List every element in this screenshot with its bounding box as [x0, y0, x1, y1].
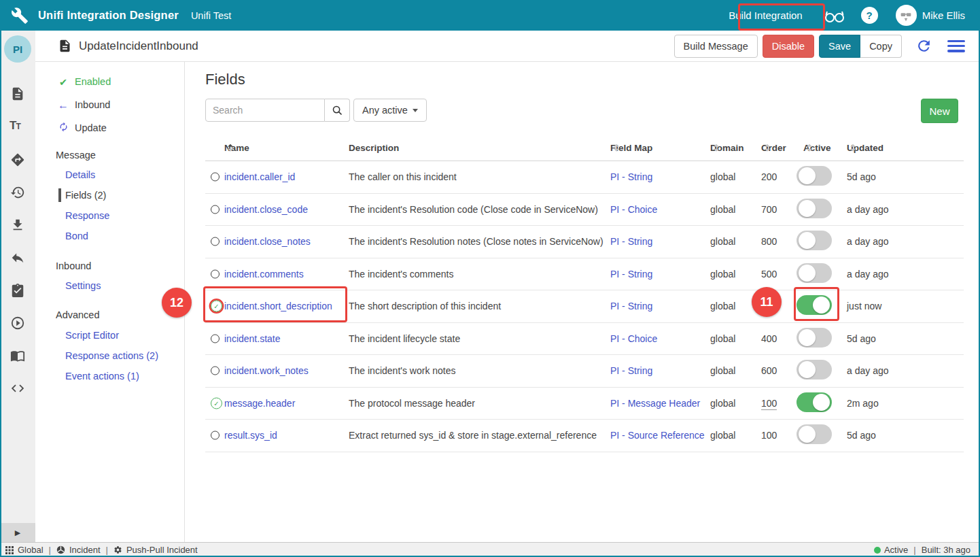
field-name-link[interactable]: incident.work_notes	[224, 365, 309, 376]
rail-document-icon[interactable]	[10, 86, 25, 101]
statusbar-scope[interactable]: Global	[5, 545, 43, 555]
field-name-link[interactable]: incident.comments	[224, 269, 304, 280]
field-domain: global	[710, 204, 735, 215]
field-description: The incident's Resolution notes (Close n…	[349, 236, 603, 247]
user-name[interactable]: Mike Ellis	[922, 10, 965, 21]
field-map-link[interactable]: PI - String	[610, 301, 652, 311]
field-domain: global	[710, 333, 735, 344]
field-name-link[interactable]: incident.close_notes	[224, 236, 311, 247]
sidebar-item-fields[interactable]: Fields (2)	[65, 187, 106, 203]
field-description: The incident's comments	[349, 269, 453, 280]
left-arrow-icon: ←	[57, 97, 69, 114]
search-icon	[332, 105, 343, 116]
field-map-link[interactable]: PI - String	[610, 236, 652, 247]
build-message-button[interactable]: Build Message	[674, 35, 758, 58]
rail-play-circle-icon[interactable]	[10, 316, 25, 331]
rail-book-icon[interactable]	[10, 348, 25, 363]
spectacles-icon[interactable]	[823, 5, 846, 26]
field-map-link[interactable]: PI - Message Header	[610, 398, 700, 409]
rail-undo-icon[interactable]	[10, 250, 25, 265]
gear-icon	[113, 545, 122, 554]
field-map-link[interactable]: PI - String	[610, 171, 652, 182]
process-avatar[interactable]: PI	[4, 35, 31, 63]
field-order: 700	[761, 204, 777, 215]
field-name-link[interactable]: message.header	[224, 398, 295, 409]
statusbar-process[interactable]: Push-Pull Incident	[113, 545, 198, 555]
toggle-knob	[799, 232, 816, 249]
active-toggle[interactable]	[797, 166, 832, 186]
field-name-link[interactable]: incident.close_code	[224, 204, 308, 215]
field-updated: just now	[847, 301, 881, 311]
search-button[interactable]	[325, 99, 350, 122]
help-icon[interactable]: ?	[861, 7, 878, 24]
new-button[interactable]: New	[921, 99, 958, 123]
sort-icon	[807, 144, 812, 152]
active-toggle[interactable]	[797, 263, 832, 283]
table-row: ✓ message.header The protocol message he…	[205, 388, 964, 420]
field-map-link[interactable]: PI - String	[610, 365, 652, 376]
sidebar-item-details[interactable]: Details	[65, 167, 95, 183]
sidebar-status-inbound: ←Inbound	[57, 97, 110, 113]
rail-directions-icon[interactable]	[10, 152, 25, 167]
field-domain: global	[710, 171, 735, 182]
build-integration-button[interactable]: Build Integration	[718, 4, 813, 27]
sidebar-item-script-editor[interactable]: Script Editor	[65, 327, 119, 343]
refresh-icon[interactable]	[915, 37, 932, 54]
field-map-link[interactable]: PI - String	[610, 269, 652, 280]
sidebar-section-inbound: Inbound	[56, 258, 91, 274]
copy-button[interactable]: Copy	[860, 35, 902, 58]
sidebar-item-settings[interactable]: Settings	[65, 277, 101, 294]
table-row: incident.close_code The incident's Resol…	[205, 194, 964, 226]
sidebar-item-response-actions[interactable]: Response actions (2)	[65, 348, 158, 364]
fields-table: Name Description Field Map Domain Order …	[205, 135, 964, 452]
rail-history-icon[interactable]	[10, 185, 25, 200]
field-name-link[interactable]: incident.short_description	[224, 301, 332, 311]
autorenew-icon	[57, 120, 69, 137]
toggle-knob	[799, 167, 816, 184]
document-icon	[58, 39, 72, 53]
toggle-knob	[799, 329, 816, 346]
rail-code-icon[interactable]	[10, 381, 25, 396]
active-toggle[interactable]	[797, 328, 832, 348]
save-button[interactable]: Save	[819, 35, 860, 58]
active-toggle[interactable]	[797, 231, 832, 250]
rail-download-icon[interactable]	[10, 218, 25, 233]
field-description: The incident's work notes	[349, 365, 456, 376]
field-name-link[interactable]: incident.state	[224, 333, 281, 344]
rail-text-icon[interactable]: TT	[10, 119, 24, 134]
sidebar-status-enabled: ✔Enabled	[57, 73, 111, 90]
rail-expand-button[interactable]: ▶	[0, 523, 35, 542]
search-input[interactable]	[205, 99, 325, 122]
user-avatar[interactable]	[896, 5, 917, 26]
field-name-link[interactable]: incident.caller_id	[224, 171, 295, 182]
field-map-link[interactable]: PI - Choice	[610, 333, 657, 344]
icon-rail: PI TT ▶	[0, 31, 35, 542]
table-row: result.sys_id Extract returned sys_id & …	[205, 420, 964, 452]
search-group: Any active	[205, 99, 427, 122]
field-order-editable[interactable]: 100	[761, 398, 777, 410]
statusbar-app[interactable]: Incident	[56, 545, 101, 555]
rail-clipboard-check-icon[interactable]	[10, 283, 25, 298]
sidebar-item-bond[interactable]: Bond	[65, 228, 88, 244]
field-updated: a day ago	[847, 365, 889, 376]
disable-button[interactable]: Disable	[763, 35, 814, 58]
column-header-description[interactable]: Description	[349, 143, 399, 153]
field-description: The incident's Resolution code (Close co…	[349, 204, 598, 215]
active-toggle[interactable]	[797, 424, 832, 444]
sidebar-item-response[interactable]: Response	[65, 207, 109, 224]
active-status-label: Active	[884, 545, 908, 555]
active-toggle[interactable]	[797, 360, 832, 379]
active-filter-dropdown[interactable]: Any active	[353, 99, 427, 122]
field-name-link[interactable]: result.sys_id	[224, 430, 277, 441]
sort-icon	[765, 144, 770, 152]
active-toggle[interactable]	[797, 392, 832, 412]
status-bar: Global | Incident | Push-Pull Incident A…	[0, 542, 980, 557]
field-updated: 5d ago	[847, 333, 876, 344]
field-map-link[interactable]: PI - Source Reference	[610, 430, 705, 441]
hamburger-menu-icon[interactable]	[947, 40, 965, 52]
sidebar-section-message: Message	[56, 147, 96, 163]
active-toggle[interactable]	[797, 199, 832, 218]
sidebar-item-event-actions[interactable]: Event actions (1)	[65, 368, 139, 384]
field-map-link[interactable]: PI - Choice	[610, 204, 657, 215]
active-toggle[interactable]	[797, 295, 832, 315]
